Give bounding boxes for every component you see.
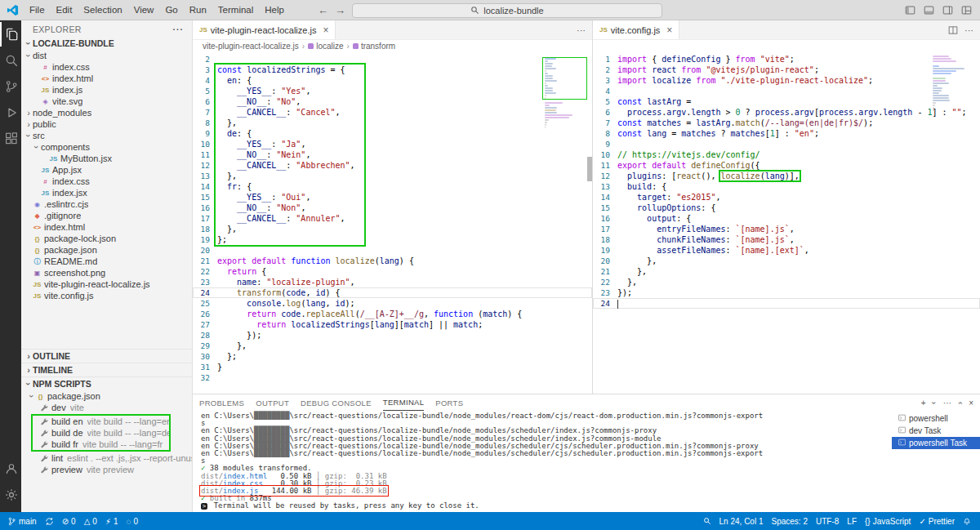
search-icon[interactable] — [0, 48, 21, 73]
split-editor-icon[interactable] — [948, 25, 958, 35]
minimap[interactable] — [545, 56, 587, 131]
tree-item-components[interactable]: ›components — [21, 141, 192, 153]
menu-go[interactable]: Go — [159, 0, 183, 20]
minimap[interactable] — [933, 56, 975, 114]
status-item-braces[interactable]: {}JavaScript — [861, 512, 915, 530]
npm-script-lint[interactable]: linteslint . --ext .js,.jsx --report-unu… — [21, 452, 192, 464]
forward-icon[interactable]: → — [335, 0, 345, 20]
status-item-ln-24-col-1[interactable]: Ln 24, Col 1 — [715, 512, 768, 530]
panel-tab-debug-console[interactable]: DEBUG CONSOLE — [301, 395, 372, 411]
menu-run[interactable]: Run — [184, 0, 212, 20]
tree-item-vite-config-js[interactable]: JSvite.config.js — [21, 290, 192, 301]
tree-item-index-css[interactable]: #index.css — [21, 61, 192, 73]
explorer-icon[interactable] — [0, 22, 21, 47]
npm-script-build-en[interactable]: build envite build -- --lang=en — [33, 416, 169, 427]
tree-item-dist[interactable]: ›dist — [21, 50, 192, 61]
account-icon[interactable] — [0, 457, 21, 481]
status-item-check[interactable]: ✓Prettier — [915, 512, 959, 530]
tree-item-mybutton-jsx[interactable]: JSMyButton.jsx — [21, 153, 192, 164]
status-item-bell[interactable] — [959, 512, 975, 530]
status-item-sync[interactable] — [41, 512, 58, 530]
tree-item-screenshot-png[interactable]: ▣screenshot.png — [21, 267, 192, 278]
code-editor-right[interactable]: 1import { defineConfig } from "vite";2im… — [593, 52, 980, 394]
tree-item-index-jsx[interactable]: JSindex.jsx — [21, 187, 192, 198]
scrollbar-thumb[interactable] — [587, 157, 592, 181]
status-item-circle[interactable]: ◌0 — [122, 512, 143, 530]
panel-tab-output[interactable]: OUTPUT — [256, 395, 289, 411]
tree-item-vite-svg[interactable]: ◈vite.svg — [21, 96, 192, 107]
terminal-dropdown-icon[interactable]: › — [930, 401, 939, 403]
tree-item-app-jsx[interactable]: JSApp.jsx — [21, 164, 192, 176]
status-item-branch[interactable]: main — [3, 512, 41, 530]
breadcrumb-item-vite-plugin-react-localize-js[interactable]: vite-plugin-react-localize.js — [203, 42, 299, 51]
status-item-utf-8[interactable]: UTF-8 — [812, 512, 843, 530]
terminal-list-item-powershell-task[interactable]: powershell Task — [892, 437, 980, 449]
workspace-root-folder[interactable]: › LOCALIZE-BUNDLE — [21, 37, 192, 50]
status-item-spaces-2[interactable]: Spaces: 2 — [768, 512, 812, 530]
breadcrumb-item-transform[interactable]: transform — [353, 42, 395, 51]
line-number: 31 — [193, 362, 217, 372]
menu-view[interactable]: View — [128, 0, 160, 20]
status-item-search[interactable] — [699, 512, 715, 530]
panel-tab-terminal[interactable]: TERMINAL — [383, 394, 424, 411]
run-debug-icon[interactable] — [0, 100, 21, 125]
status-item-error[interactable]: ⊘0 — [58, 512, 80, 530]
toggle-panel-icon[interactable] — [924, 5, 934, 16]
maximize-panel-icon[interactable]: › — [956, 401, 964, 403]
panel-more-actions-icon[interactable]: ··· — [943, 399, 951, 408]
editor-more-actions-icon[interactable]: ··· — [964, 25, 973, 35]
code-editor-left[interactable]: 23const localizedStrings = {4 en: {5 __Y… — [193, 52, 592, 394]
close-tab-icon[interactable]: × — [666, 24, 672, 36]
menu-selection[interactable]: Selection — [78, 0, 127, 20]
terminal-output[interactable]: en C:\Users\████████\src/react-questions… — [193, 411, 892, 512]
npm-script-preview[interactable]: previewvite preview — [21, 464, 192, 475]
tab-vite-config-js[interactable]: JS vite.config.js × — [593, 20, 679, 39]
tab-vite-plugin-react-localize-js[interactable]: JS vite-plugin-react-localize.js × — [193, 20, 336, 39]
terminal-list-item-powershell[interactable]: powershell — [892, 412, 980, 425]
back-icon[interactable]: ← — [318, 0, 328, 20]
status-item-zap[interactable]: ⚡1 — [101, 512, 122, 530]
menu-terminal[interactable]: Terminal — [212, 0, 259, 20]
tree-item-index-css[interactable]: #index.css — [21, 176, 192, 187]
customize-layout-icon[interactable] — [961, 5, 972, 16]
search-box[interactable]: localize-bundle — [352, 3, 662, 18]
panel-tab-problems[interactable]: PROBLEMS — [199, 395, 244, 411]
terminal-list-item-dev-task[interactable]: dev Task — [892, 425, 980, 437]
npm-scripts-section-header[interactable]: › NPM SCRIPTS — [21, 376, 192, 390]
tree-item-index-js[interactable]: JSindex.js — [21, 84, 192, 96]
timeline-section-header[interactable]: › TIMELINE — [21, 363, 192, 376]
toggle-sidebar-icon[interactable] — [905, 5, 915, 16]
source-control-icon[interactable] — [0, 74, 21, 99]
settings-icon[interactable] — [0, 483, 21, 507]
new-terminal-icon[interactable]: + — [921, 399, 926, 408]
editor-more-actions-icon[interactable]: ··· — [577, 25, 586, 35]
outline-section-header[interactable]: › OUTLINE — [21, 349, 192, 363]
npm-package-json[interactable]: › {} package.json — [21, 390, 192, 402]
tree-item-src[interactable]: ›src — [21, 130, 192, 141]
npm-script-build-fr[interactable]: build frvite build -- --lang=fr — [33, 439, 169, 450]
tree-item-index-html[interactable]: <>index.html — [21, 73, 192, 84]
status-item-lf[interactable]: LF — [843, 512, 861, 530]
panel-tab-ports[interactable]: PORTS — [435, 395, 463, 411]
breadcrumb-item-localize[interactable]: localize — [308, 42, 343, 51]
tree-item-package-lock-json[interactable]: {}package-lock.json — [21, 233, 192, 244]
tree-item-gitignore[interactable]: ◆.gitignore — [21, 210, 192, 221]
tree-item-public[interactable]: ›public — [21, 118, 192, 130]
npm-script-dev[interactable]: devvite — [21, 402, 192, 413]
menu-file[interactable]: File — [24, 0, 51, 20]
status-item-warning[interactable]: △0 — [80, 512, 101, 530]
toggle-secondary-sidebar-icon[interactable] — [942, 5, 953, 16]
tree-item-eslintrc-cjs[interactable]: ◉.eslintrc.cjs — [21, 198, 192, 210]
close-panel-icon[interactable]: × — [969, 399, 973, 408]
tree-item-node-modules[interactable]: ›node_modules — [21, 107, 192, 118]
npm-script-build-de[interactable]: build devite build -- --lang=de — [33, 427, 169, 439]
extensions-icon[interactable] — [0, 127, 21, 151]
menu-edit[interactable]: Edit — [51, 0, 78, 20]
menu-help[interactable]: Help — [259, 0, 290, 20]
tree-item-index-html[interactable]: <>index.html — [21, 221, 192, 233]
close-tab-icon[interactable]: × — [323, 24, 328, 36]
tree-item-vite-plugin-react-localize-js[interactable]: JSvite-plugin-react-localize.js — [21, 278, 192, 290]
tree-item-readme-md[interactable]: ⓘREADME.md — [21, 256, 192, 267]
tree-item-package-json[interactable]: {}package.json — [21, 244, 192, 256]
explorer-more-actions-icon[interactable]: ··· — [173, 24, 185, 34]
